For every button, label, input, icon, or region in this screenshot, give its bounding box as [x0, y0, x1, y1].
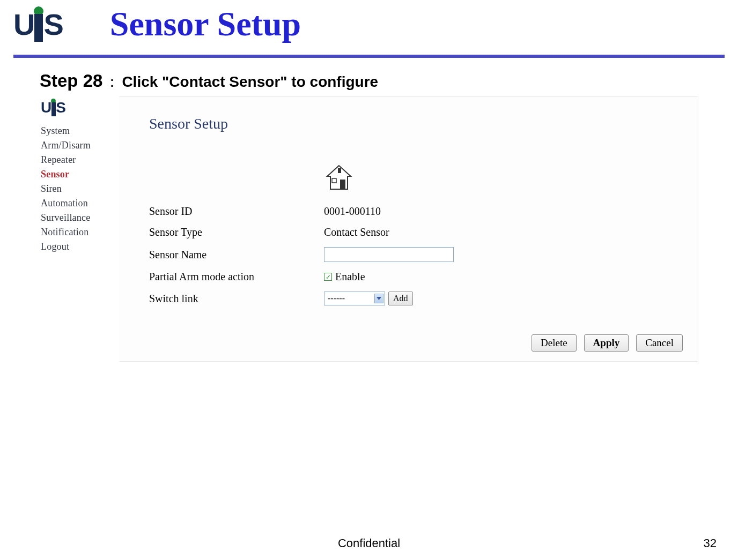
uis-logo-small: U S [40, 99, 119, 116]
title-divider [13, 55, 725, 58]
slide-title: Sensor Setup [110, 4, 301, 44]
row-sensor-name: Sensor Name [149, 247, 683, 262]
sidebar-item-siren[interactable]: Siren [40, 182, 119, 196]
row-partial-arm: Partial Arm mode action ✓ Enable [149, 271, 683, 283]
svg-rect-1 [340, 180, 345, 189]
sidebar-item-repeater[interactable]: Repeater [40, 153, 119, 167]
label-switch-link: Switch link [149, 293, 324, 305]
label-sensor-type: Sensor Type [149, 226, 324, 238]
sidebar-item-automation[interactable]: Automation [40, 196, 119, 211]
house-icon [324, 163, 354, 193]
app-main-panel: Sensor Setup Sensor ID 0001-000110 Senso… [119, 96, 698, 362]
confidential-label: Confidential [338, 536, 400, 550]
add-button[interactable]: Add [388, 292, 413, 305]
row-sensor-id: Sensor ID 0001-000110 [149, 205, 683, 218]
svg-marker-4 [377, 297, 381, 300]
sidebar-item-arm-disarm[interactable]: Arm/Disarm [40, 138, 119, 153]
panel-title: Sensor Setup [149, 115, 683, 132]
sidebar-item-logout[interactable]: Logout [40, 240, 119, 254]
step-number: Step 28 [40, 71, 102, 91]
switch-link-select[interactable]: ------ [324, 292, 385, 305]
sensor-name-input[interactable] [324, 247, 454, 262]
sidebar-item-sensor[interactable]: Sensor [40, 167, 119, 182]
action-buttons: Delete Apply Cancel [149, 334, 683, 352]
row-sensor-type: Sensor Type Contact Sensor [149, 226, 683, 238]
sidebar-item-notification[interactable]: Notification [40, 225, 119, 240]
enable-label: Enable [335, 271, 365, 283]
delete-button[interactable]: Delete [532, 334, 577, 352]
sidebar-item-system[interactable]: System [40, 124, 119, 138]
select-value: ------ [328, 294, 345, 303]
label-partial-arm: Partial Arm mode action [149, 271, 324, 283]
app-sidebar: U S System Arm/Disarm Repeater Sensor Si… [40, 96, 119, 362]
value-sensor-id: 0001-000110 [324, 205, 381, 218]
uis-logo-large: U S [13, 6, 63, 42]
svg-rect-3 [338, 168, 341, 173]
app-screenshot: U S System Arm/Disarm Repeater Sensor Si… [40, 96, 698, 362]
cancel-button[interactable]: Cancel [636, 334, 683, 352]
step-description: Click "Contact Sensor" to configure [122, 73, 378, 90]
chevron-down-icon [374, 294, 383, 303]
enable-checkbox[interactable]: ✓ [324, 273, 332, 281]
sidebar-item-surveillance[interactable]: Surveillance [40, 211, 119, 225]
apply-button[interactable]: Apply [584, 334, 629, 352]
step-instruction: Step 28：Click "Contact Sensor" to config… [40, 71, 698, 92]
label-sensor-id: Sensor ID [149, 205, 324, 218]
page-number: 32 [704, 536, 717, 550]
label-sensor-name: Sensor Name [149, 249, 324, 261]
value-sensor-type: Contact Sensor [324, 226, 389, 238]
check-icon: ✓ [326, 274, 331, 280]
row-switch-link: Switch link ------ Add [149, 292, 683, 305]
